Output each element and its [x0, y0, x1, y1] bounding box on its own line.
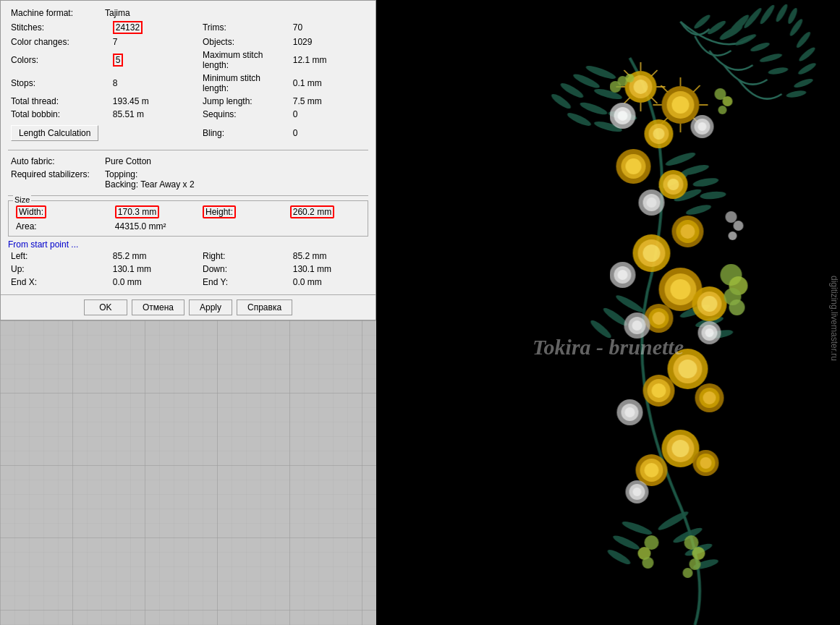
height-value: 260.2 mm — [287, 204, 363, 220]
svg-point-137 — [645, 463, 659, 477]
svg-point-92 — [681, 224, 695, 239]
stitches-value: 24132 — [110, 20, 188, 35]
mimosa-artwork: Tokira - brunette digitizing.livemaster.… — [376, 0, 840, 625]
height-label: Height: — [188, 204, 287, 220]
svg-point-101 — [671, 279, 691, 299]
down-label: Down: — [188, 263, 290, 276]
svg-point-80 — [698, 122, 707, 131]
apply-button[interactable]: Apply — [189, 299, 232, 315]
svg-point-113 — [705, 328, 714, 337]
fabric-table: Auto fabric: Pure Cotton Required stabil… — [8, 155, 368, 191]
svg-point-95 — [643, 245, 661, 262]
cancel-button[interactable]: Отмена — [132, 299, 184, 315]
help-button[interactable]: Справка — [237, 299, 292, 315]
machine-format-row: Machine format: Tajima — [8, 7, 368, 20]
svg-point-130 — [723, 96, 733, 106]
sequins-value: 0 — [290, 108, 368, 121]
ok-button[interactable]: OK — [84, 299, 127, 315]
svg-point-107 — [653, 312, 666, 325]
svg-point-128 — [626, 74, 635, 82]
grid-canvas — [0, 320, 376, 625]
auto-fabric-value: Pure Cotton — [102, 155, 368, 168]
svg-point-83 — [626, 158, 642, 174]
main-info-table: Stitches: 24132 Trims: 70 Color changes:… — [8, 20, 368, 145]
svg-point-155 — [726, 211, 737, 223]
svg-point-147 — [683, 568, 693, 578]
objects-value: 1029 — [290, 35, 368, 48]
jump-length-label: Jump length: — [188, 95, 290, 108]
watermark-text: Tokira - brunette — [533, 335, 684, 359]
width-value-outline: 170.3 mm — [115, 205, 159, 218]
up-value: 130.1 mm — [110, 263, 188, 276]
total-bobbin-label: Total bobbin: — [8, 108, 110, 121]
min-stitch-value: 0.1 mm — [290, 72, 368, 95]
left-value: 85.2 mm — [110, 250, 188, 263]
trims-value: 70 — [290, 20, 368, 35]
size-section-label: Size — [13, 195, 31, 204]
max-stitch-label: Maximum stitch length: — [188, 48, 290, 72]
total-thread-label: Total thread: — [8, 95, 110, 108]
stitches-highlight: 24132 — [113, 21, 143, 34]
stabilizers-value: Topping: Backing: Tear Away x 2 — [102, 168, 368, 191]
machine-format-value: Tajima — [102, 7, 174, 20]
properties-dialog: Machine format: Tajima Stitches: 24132 T… — [0, 0, 376, 320]
end-y-value: 0.0 mm — [290, 276, 368, 289]
stops-value: 8 — [110, 72, 188, 95]
total-thread-value: 193.45 m — [110, 95, 188, 108]
svg-point-156 — [734, 221, 744, 231]
colors-highlight: 5 — [113, 54, 124, 67]
height-label-outline: Height: — [203, 205, 236, 218]
svg-point-98 — [618, 270, 628, 280]
stops-label: Stops: — [8, 72, 110, 95]
colors-label: Colors: — [8, 48, 110, 72]
svg-point-143 — [633, 488, 642, 496]
svg-point-157 — [729, 231, 737, 240]
svg-point-146 — [690, 558, 701, 570]
from-start-section: From start point ... Left: 85.2 mm Right… — [8, 239, 368, 289]
area-label: Area: — [13, 220, 112, 233]
grid-svg — [0, 320, 376, 625]
sequins-label: Sequins: — [188, 108, 290, 121]
objects-label: Objects: — [188, 35, 290, 48]
svg-point-116 — [679, 360, 697, 378]
svg-point-63 — [672, 96, 690, 114]
min-stitch-label: Minimum stitch length: — [188, 72, 290, 95]
from-start-label: From start point ... — [8, 239, 368, 250]
size-table: Width: 170.3 mm Height: — [13, 204, 363, 233]
left-label: Left: — [8, 250, 110, 263]
max-stitch-value: 12.1 mm — [290, 48, 368, 72]
end-x-label: End X: — [8, 276, 110, 289]
svg-rect-1 — [0, 320, 376, 625]
area-value: 44315.0 mm² — [112, 220, 363, 233]
svg-point-154 — [729, 299, 745, 315]
right-label: Right: — [188, 250, 290, 263]
svg-point-150 — [642, 557, 654, 569]
svg-point-77 — [653, 128, 665, 140]
svg-point-86 — [668, 179, 679, 190]
right-panel: Tokira - brunette digitizing.livemaster.… — [376, 0, 840, 625]
svg-point-122 — [703, 391, 716, 404]
from-start-table: Left: 85.2 mm Right: 85.2 mm Up: 130.1 m… — [8, 250, 368, 289]
jump-length-value: 7.5 mm — [290, 95, 368, 108]
svg-point-89 — [647, 197, 657, 208]
req-stabilizers-label: Required stabilizers: — [8, 168, 102, 191]
svg-point-125 — [625, 407, 635, 417]
svg-point-74 — [618, 111, 628, 121]
size-section: Size Width: 170.3 mm — [8, 200, 368, 237]
machine-format-label: Machine format: — [8, 7, 102, 20]
dialog-footer: OK Отмена Apply Справка — [1, 294, 376, 320]
end-y-label: End Y: — [188, 276, 290, 289]
color-changes-value: 7 — [110, 35, 188, 48]
up-label: Up: — [8, 263, 110, 276]
svg-point-134 — [672, 440, 690, 457]
stitches-label: Stitches: — [8, 20, 110, 35]
svg-point-104 — [702, 296, 718, 312]
end-x-value: 0.0 mm — [110, 276, 188, 289]
svg-point-52 — [634, 80, 648, 94]
width-value: 170.3 mm — [112, 204, 188, 220]
trims-label: Trims: — [188, 20, 290, 35]
length-calculation-button[interactable]: Length Calculation — [11, 125, 98, 141]
topping-value: Topping: — [105, 169, 365, 179]
bling-label: Bling: — [188, 121, 290, 145]
watermark-side: digitizing.livemaster.ru — [829, 276, 839, 361]
